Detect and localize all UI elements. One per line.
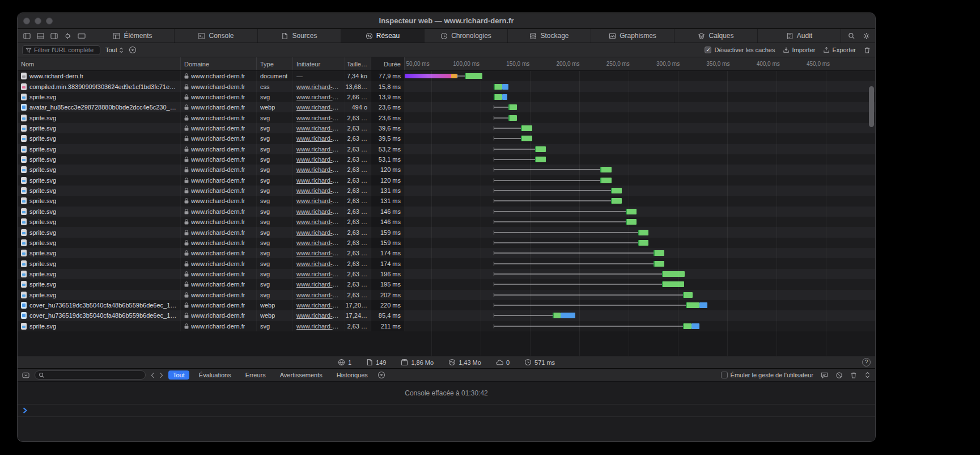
- initiator-link[interactable]: www.richard-d…: [296, 271, 341, 277]
- console-prompt-row[interactable]: [18, 405, 875, 417]
- tab-sources[interactable]: Sources: [258, 29, 341, 43]
- clear-network-trash-icon[interactable]: [864, 47, 871, 54]
- console-messages-icon[interactable]: [821, 372, 828, 379]
- table-row[interactable]: sprite.svgwww.richard-dern.frsvgwww.rich…: [18, 186, 875, 196]
- column-header-domain[interactable]: Domaine: [181, 57, 257, 70]
- tab-graphics[interactable]: Graphismes: [591, 29, 674, 43]
- table-row[interactable]: cover_hu736519dc3b5040cfa48b6b559b6de6ec…: [18, 310, 875, 321]
- table-row[interactable]: sprite.svgwww.richard-dern.frsvgwww.rich…: [18, 154, 875, 165]
- console-tab-all[interactable]: Tout: [168, 370, 189, 380]
- scrollbar-thumb[interactable]: [869, 86, 874, 127]
- initiator-link[interactable]: www.richard-d…: [296, 292, 341, 298]
- initiator-link[interactable]: www.richard-d…: [296, 146, 341, 153]
- table-row[interactable]: sprite.svgwww.richard-dern.frsvgwww.rich…: [18, 207, 875, 217]
- table-row[interactable]: sprite.svgwww.richard-dern.frsvgwww.rich…: [18, 321, 875, 331]
- initiator-link[interactable]: www.richard-d…: [296, 239, 341, 246]
- table-row[interactable]: sprite.svgwww.richard-dern.frsvgwww.rich…: [18, 290, 875, 300]
- previous-result-icon[interactable]: [151, 372, 155, 378]
- resource-scope-select[interactable]: Tout: [105, 47, 124, 53]
- initiator-link[interactable]: www.richard-d…: [296, 135, 341, 142]
- vertical-scrollbar[interactable]: [869, 73, 874, 354]
- console-tab-warnings[interactable]: Avertissements: [275, 370, 327, 380]
- tab-storage[interactable]: Stockage: [508, 29, 591, 43]
- table-row[interactable]: sprite.svgwww.richard-dern.frsvgwww.rich…: [18, 144, 875, 154]
- initiator-link[interactable]: www.richard-d…: [296, 83, 341, 90]
- console-tab-evaluations[interactable]: Évaluations: [194, 370, 236, 380]
- dock-bottom-icon[interactable]: [37, 32, 44, 40]
- console-tab-errors[interactable]: Erreurs: [241, 370, 270, 380]
- table-row[interactable]: sprite.svgwww.richard-dern.frsvgwww.rich…: [18, 248, 875, 258]
- column-header-initiator[interactable]: Initiateur: [293, 57, 345, 70]
- table-row[interactable]: sprite.svgwww.richard-dern.frsvgwww.rich…: [18, 238, 875, 248]
- table-row[interactable]: sprite.svgwww.richard-dern.frsvgwww.rich…: [18, 175, 875, 186]
- table-row[interactable]: sprite.svgwww.richard-dern.frsvgwww.rich…: [18, 227, 875, 237]
- tab-timelines[interactable]: Chronologies: [425, 29, 508, 43]
- initiator-link[interactable]: www.richard-d…: [296, 115, 341, 121]
- table-row[interactable]: sprite.svgwww.richard-dern.frsvgwww.rich…: [18, 196, 875, 206]
- clear-console-icon[interactable]: [835, 372, 843, 379]
- console-tab-logs[interactable]: Historiques: [332, 370, 372, 380]
- table-row[interactable]: sprite.svgwww.richard-dern.frsvgwww.rich…: [18, 217, 875, 227]
- close-window-button[interactable]: [23, 18, 30, 24]
- column-header-name[interactable]: Nom: [18, 57, 181, 70]
- initiator-link[interactable]: www.richard-d…: [296, 177, 341, 184]
- initiator-link[interactable]: www.richard-d…: [296, 218, 341, 225]
- initiator-link[interactable]: www.richard-d…: [296, 229, 341, 236]
- initiator-link[interactable]: www.richard-d…: [296, 208, 341, 215]
- initiator-link[interactable]: www.richard-d…: [296, 94, 341, 100]
- initiator-link[interactable]: www.richard-d…: [296, 323, 341, 330]
- tab-network[interactable]: Réseau: [341, 29, 425, 43]
- console-scope-icon[interactable]: [22, 372, 29, 379]
- table-row[interactable]: sprite.svgwww.richard-dern.frsvgwww.rich…: [18, 123, 875, 133]
- settings-gear-icon[interactable]: [863, 32, 870, 40]
- initiator-link[interactable]: www.richard-d…: [296, 187, 341, 194]
- dock-right-icon[interactable]: [50, 32, 58, 40]
- console-empty-space[interactable]: [18, 417, 875, 441]
- element-picker-icon[interactable]: [64, 32, 71, 40]
- table-row[interactable]: avatar_hu85ecc3e298728880b0bde2dcc4e5c23…: [18, 102, 875, 112]
- initiator-link[interactable]: www.richard-d…: [296, 125, 341, 132]
- console-trash-icon[interactable]: [850, 372, 857, 379]
- tab-layers[interactable]: Calques: [674, 29, 758, 43]
- initiator-link[interactable]: www.richard-d…: [296, 156, 341, 163]
- initiator-link[interactable]: www.richard-d…: [296, 166, 341, 173]
- device-settings-icon[interactable]: [78, 32, 86, 40]
- url-filter-field[interactable]: [22, 45, 100, 55]
- next-result-icon[interactable]: [159, 372, 163, 378]
- initiator-link[interactable]: www.richard-d…: [296, 260, 341, 267]
- table-row[interactable]: compiled.min.38390909f303624ed9e1cf1bd3f…: [18, 81, 875, 91]
- tab-elements[interactable]: Éléments: [91, 29, 175, 43]
- table-row[interactable]: sprite.svgwww.richard-dern.frsvgwww.rich…: [18, 133, 875, 144]
- column-header-size[interactable]: Taille…: [345, 57, 371, 70]
- table-row[interactable]: sprite.svgwww.richard-dern.frsvgwww.rich…: [18, 258, 875, 268]
- console-search-input[interactable]: [47, 372, 142, 378]
- zoom-window-button[interactable]: [46, 18, 53, 24]
- initiator-link[interactable]: www.richard-d…: [296, 104, 341, 111]
- table-row[interactable]: sprite.svgwww.richard-dern.frsvgwww.rich…: [18, 92, 875, 102]
- table-row[interactable]: sprite.svgwww.richard-dern.frsvgwww.rich…: [18, 269, 875, 279]
- help-button[interactable]: ?: [862, 358, 871, 366]
- import-button[interactable]: Importer: [783, 47, 815, 53]
- table-row[interactable]: sprite.svgwww.richard-dern.frsvgwww.rich…: [18, 112, 875, 123]
- initiator-link[interactable]: www.richard-d…: [296, 197, 341, 204]
- table-row[interactable]: sprite.svgwww.richard-dern.frsvgwww.rich…: [18, 279, 875, 289]
- table-row[interactable]: www.richard-dern.frwww.richard-dern.frdo…: [18, 71, 875, 81]
- tab-console[interactable]: Console: [175, 29, 258, 43]
- search-icon[interactable]: [848, 32, 855, 40]
- initiator-link[interactable]: www.richard-d…: [296, 281, 341, 288]
- tab-audit[interactable]: Audit: [758, 29, 841, 43]
- initiator-link[interactable]: www.richard-d…: [296, 312, 341, 319]
- url-filter-input[interactable]: [34, 47, 97, 53]
- table-row[interactable]: sprite.svgwww.richard-dern.frsvgwww.rich…: [18, 165, 875, 175]
- filter-options-icon[interactable]: [129, 46, 137, 54]
- emulate-gesture-checkbox[interactable]: Émuler le geste de l'utilisateur: [721, 372, 813, 378]
- initiator-link[interactable]: www.richard-d…: [296, 250, 341, 256]
- minimize-window-button[interactable]: [35, 18, 41, 24]
- column-header-duration[interactable]: Durée: [371, 57, 405, 70]
- export-button[interactable]: Exporter: [823, 47, 856, 53]
- column-header-type[interactable]: Type: [257, 57, 293, 70]
- console-filter-options-icon[interactable]: [377, 371, 385, 379]
- expand-console-icon[interactable]: [864, 372, 871, 378]
- dock-left-icon[interactable]: [23, 32, 31, 40]
- initiator-link[interactable]: www.richard-d…: [296, 302, 341, 309]
